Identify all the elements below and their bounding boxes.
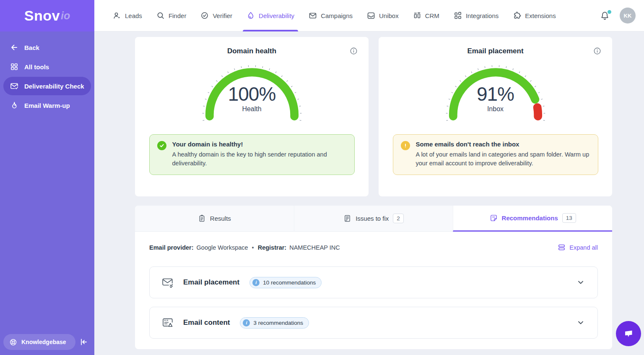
gauge-sublabel: Health bbox=[197, 105, 307, 113]
unibox-icon bbox=[367, 11, 375, 20]
recommendations-count-badge: i 10 recommendations bbox=[249, 277, 322, 288]
expand-all-button[interactable]: Expand all bbox=[558, 243, 598, 251]
grid-icon bbox=[10, 63, 18, 71]
email-placement-gauge: 91% Inbox bbox=[440, 62, 551, 121]
info-icon[interactable] bbox=[350, 47, 358, 55]
gauge-sublabel: Inbox bbox=[440, 105, 551, 113]
email-placement-card: Email placement 91% Inbox Some emails do… bbox=[379, 37, 612, 196]
notifications-button[interactable] bbox=[600, 11, 610, 21]
email-provider-label: Email provider: bbox=[149, 244, 194, 251]
card-title: Email placement bbox=[379, 47, 612, 55]
envelope-double-check-icon bbox=[161, 276, 174, 289]
email-provider-value: Google Workspace bbox=[197, 244, 248, 251]
sidebar-item-back[interactable]: Back bbox=[0, 38, 94, 57]
nav-item-leads[interactable]: Leads bbox=[106, 0, 149, 31]
nav-item-deliverability[interactable]: Deliverability bbox=[239, 0, 301, 31]
nav-label: Extensions bbox=[525, 12, 556, 19]
chat-bubble-icon bbox=[621, 326, 636, 341]
tab-results[interactable]: Results bbox=[135, 206, 294, 232]
verifier-icon bbox=[200, 11, 209, 20]
tab-issues-to-fix[interactable]: Issues to fix 2 bbox=[294, 206, 453, 232]
warning-circle-icon bbox=[401, 141, 410, 150]
separator-dot: • bbox=[252, 244, 254, 251]
chevron-down-icon[interactable] bbox=[576, 318, 585, 327]
tab-label: Issues to fix bbox=[356, 215, 389, 222]
document-warning-icon bbox=[161, 316, 174, 329]
back-arrow-icon bbox=[10, 43, 18, 52]
recommendations-count-label: 3 recommendations bbox=[253, 320, 303, 326]
nav-item-unibox[interactable]: Unibox bbox=[360, 0, 406, 31]
recommendations-icon bbox=[490, 214, 498, 222]
sidebar-item-label: Back bbox=[24, 44, 39, 51]
deliverability-icon bbox=[247, 11, 255, 20]
notification-dot bbox=[607, 9, 612, 15]
nav-label: Leads bbox=[125, 12, 142, 19]
brand-logo[interactable]: Snov io bbox=[0, 0, 94, 31]
registrar-label: Registrar: bbox=[258, 244, 287, 251]
chevron-down-icon[interactable] bbox=[576, 278, 585, 287]
sidebar: Snov io Back All tools Deliverability Ch… bbox=[0, 0, 94, 355]
nav-label: Unibox bbox=[379, 12, 399, 19]
check-circle-icon bbox=[157, 141, 166, 150]
lifebuoy-icon bbox=[9, 338, 17, 346]
alert-body: A healthy domain is the key to high send… bbox=[172, 150, 347, 168]
tab-bar: Results Issues to fix 2 Recommendations … bbox=[135, 206, 612, 232]
nav-item-extensions[interactable]: Extensions bbox=[506, 0, 563, 31]
recommendations-count-label: 10 recommendations bbox=[263, 279, 316, 286]
gauge-percent-value: 100% bbox=[197, 84, 307, 104]
nav-item-verifier[interactable]: Verifier bbox=[193, 0, 239, 31]
avatar[interactable]: KK bbox=[620, 8, 636, 23]
accordion-title: Email placement bbox=[183, 278, 239, 287]
nav-item-campaigns[interactable]: Campaigns bbox=[301, 0, 360, 31]
sidebar-item-label: Deliverability Check bbox=[24, 83, 84, 90]
info-badge-icon: i bbox=[243, 319, 250, 326]
tab-recommendations[interactable]: Recommendations 13 bbox=[453, 206, 612, 232]
alert-title: Some emails don't reach the inbox bbox=[416, 141, 590, 148]
info-icon[interactable] bbox=[593, 47, 601, 55]
accordion-email-placement[interactable]: Email placement i 10 recommendations bbox=[149, 266, 598, 298]
results-panel: Results Issues to fix 2 Recommendations … bbox=[135, 206, 612, 349]
tab-label: Results bbox=[210, 215, 231, 222]
sidebar-item-label: Email Warm-up bbox=[24, 102, 70, 109]
brand-suffix: io bbox=[61, 10, 70, 22]
nav-item-crm[interactable]: CRM bbox=[406, 0, 447, 31]
nav-label: Integrations bbox=[466, 12, 499, 19]
provider-info-row: Email provider: Google Workspace • Regis… bbox=[149, 243, 598, 251]
sidebar-item-email-warm-up[interactable]: Email Warm-up bbox=[0, 96, 94, 115]
issues-icon bbox=[343, 214, 351, 222]
expand-all-icon bbox=[558, 243, 566, 251]
brand-name: Snov bbox=[24, 8, 60, 24]
gauge-percent-value: 91% bbox=[440, 84, 551, 104]
domain-health-alert: Your domain is healthy! A healthy domain… bbox=[149, 134, 355, 175]
info-badge-icon: i bbox=[252, 279, 260, 286]
nav-label: Campaigns bbox=[321, 12, 353, 19]
nav-label: Verifier bbox=[213, 12, 232, 19]
accordion-email-content[interactable]: Email content i 3 recommendations bbox=[149, 307, 598, 339]
integrations-icon bbox=[454, 11, 462, 20]
sidebar-item-label: All tools bbox=[24, 63, 49, 70]
registrar-value: NAMECHEAP INC bbox=[289, 244, 340, 251]
tab-count-badge: 13 bbox=[562, 213, 576, 223]
tab-label: Recommendations bbox=[502, 214, 558, 222]
leads-icon bbox=[113, 11, 121, 20]
sidebar-item-all-tools[interactable]: All tools bbox=[0, 57, 94, 76]
top-navigation: Leads Finder Verifier Deliverability Cam… bbox=[94, 0, 644, 31]
nav-item-integrations[interactable]: Integrations bbox=[447, 0, 506, 31]
alert-title: Your domain is healthy! bbox=[172, 141, 347, 148]
recommendations-count-badge: i 3 recommendations bbox=[240, 317, 309, 329]
nav-label: CRM bbox=[425, 12, 439, 19]
crm-icon bbox=[413, 11, 421, 20]
extensions-icon bbox=[513, 11, 521, 20]
campaigns-icon bbox=[309, 11, 317, 20]
collapse-sidebar-icon[interactable] bbox=[79, 337, 88, 347]
finder-icon bbox=[156, 11, 165, 20]
sidebar-item-deliverability-check[interactable]: Deliverability Check bbox=[3, 77, 91, 95]
main-content: Domain health 100% Health Your domain is… bbox=[135, 37, 612, 349]
flame-icon bbox=[10, 101, 18, 110]
accordion-title: Email content bbox=[183, 318, 230, 327]
chat-widget-button[interactable] bbox=[616, 321, 641, 346]
results-icon bbox=[198, 214, 206, 222]
nav-item-finder[interactable]: Finder bbox=[149, 0, 194, 31]
nav-label: Deliverability bbox=[259, 12, 294, 19]
knowledgebase-button[interactable]: Knowledgebase bbox=[3, 334, 75, 350]
